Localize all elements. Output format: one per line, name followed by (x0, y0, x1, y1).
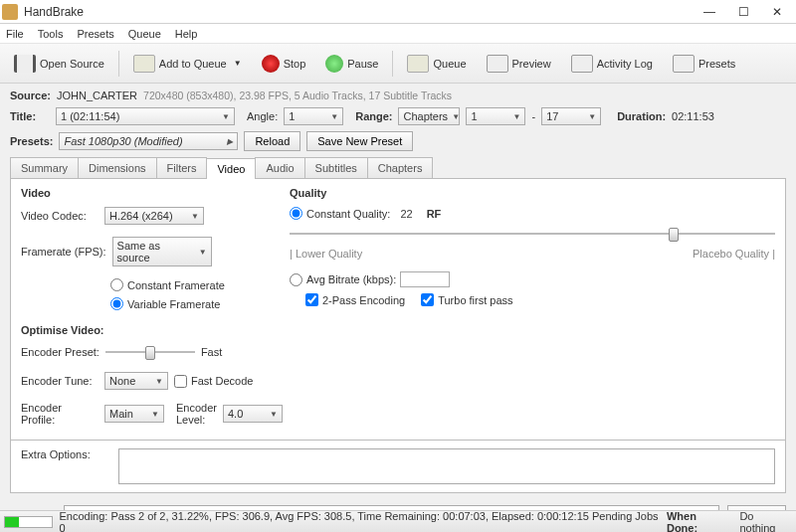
maximize-button[interactable]: ☐ (726, 1, 760, 23)
rf-label: RF (427, 208, 442, 220)
when-done-label: When Done: (667, 510, 729, 533)
tab-chapters[interactable]: Chapters (367, 157, 434, 178)
fps-label: Framerate (FPS): (21, 246, 106, 258)
optimise-heading: Optimise Video: (21, 324, 270, 336)
encoder-tune-select[interactable]: None▼ (104, 372, 168, 390)
range-to-select[interactable]: 17▼ (541, 107, 601, 125)
codec-label: Video Codec: (21, 210, 99, 222)
tab-audio[interactable]: Audio (255, 157, 304, 178)
encoder-level-label: Encoder Level: (176, 402, 217, 426)
close-button[interactable]: ✕ (760, 1, 794, 23)
variable-framerate-radio[interactable] (110, 297, 123, 310)
menu-presets[interactable]: Presets (77, 28, 113, 40)
menu-file[interactable]: File (6, 28, 24, 40)
minimize-button[interactable]: — (693, 1, 726, 23)
status-text: Encoding: Pass 2 of 2, 31.22%, FPS: 306.… (59, 510, 660, 533)
video-section-heading: Video (21, 187, 270, 199)
menu-tools[interactable]: Tools (38, 28, 64, 40)
range-from-select[interactable]: 1▼ (466, 107, 525, 125)
title-select[interactable]: 1 (02:11:54)▼ (56, 107, 235, 125)
quality-heading: Quality (290, 187, 775, 199)
encoder-profile-select[interactable]: Main▼ (104, 405, 164, 423)
constant-framerate-radio[interactable] (110, 278, 123, 291)
tab-dimensions[interactable]: Dimensions (78, 157, 156, 178)
queue-add-icon (133, 55, 155, 73)
when-done-value: Do nothing (739, 510, 792, 533)
encoder-profile-label: Encoder Profile: (21, 402, 99, 426)
presets-label: Presets: (10, 135, 53, 147)
cq-value: 22 (400, 208, 412, 220)
constant-quality-radio[interactable] (290, 207, 302, 220)
save-new-preset-button[interactable]: Save New Preset (306, 131, 413, 151)
encoder-level-select[interactable]: 4.0▼ (223, 405, 283, 423)
preset-select[interactable]: Fast 1080p30 (Modified)▶ (59, 132, 238, 150)
preview-icon (487, 55, 508, 73)
extra-options-label: Extra Options: (21, 448, 99, 460)
queue-icon (407, 55, 429, 73)
two-pass-checkbox[interactable] (305, 293, 318, 306)
duration-value: 02:11:53 (672, 110, 714, 122)
tab-subtitles[interactable]: Subtitles (304, 157, 368, 178)
activity-log-button[interactable]: Activity Log (565, 53, 659, 75)
duration-label: Duration: (617, 110, 666, 122)
fps-select[interactable]: Same as source▼ (112, 237, 212, 266)
chevron-down-icon: ▼ (234, 59, 242, 68)
activity-icon (571, 55, 593, 73)
source-name: JOHN_CARTER (57, 89, 137, 101)
source-label: Source: (10, 89, 51, 101)
turbo-first-pass-checkbox[interactable] (421, 293, 434, 306)
extra-options-input[interactable] (118, 448, 775, 484)
window-title: HandBrake (24, 5, 693, 19)
pause-button[interactable]: Pause (319, 53, 384, 75)
avg-bitrate-radio[interactable] (290, 273, 302, 286)
source-meta: 720x480 (853x480), 23.98 FPS, 5 Audio Tr… (143, 89, 452, 101)
presets-icon (673, 55, 695, 73)
presets-button[interactable]: Presets (667, 53, 741, 75)
avg-bitrate-input[interactable] (400, 271, 450, 287)
lower-quality-label: | Lower Quality (290, 248, 362, 260)
pause-icon (325, 55, 343, 73)
separator (118, 51, 119, 77)
title-label: Title: (10, 110, 50, 122)
angle-label: Angle: (247, 110, 278, 122)
queue-button[interactable]: Queue (401, 53, 472, 75)
open-source-button[interactable]: Open Source (8, 53, 110, 75)
range-label: Range: (355, 110, 392, 122)
encoder-preset-slider[interactable] (105, 344, 195, 360)
stop-button[interactable]: Stop (256, 53, 312, 75)
progress-bar (4, 516, 53, 528)
placebo-quality-label: Placebo Quality | (693, 248, 775, 260)
preview-button[interactable]: Preview (481, 53, 557, 75)
range-type-select[interactable]: Chapters▼ (398, 107, 460, 125)
angle-select[interactable]: 1▼ (284, 107, 343, 125)
menu-help[interactable]: Help (175, 28, 198, 40)
encoder-preset-label: Encoder Preset: (21, 346, 100, 358)
fast-decode-checkbox[interactable] (174, 375, 187, 388)
film-icon (14, 55, 36, 73)
quality-slider[interactable] (290, 226, 775, 242)
add-to-queue-button[interactable]: Add to Queue▼ (127, 53, 248, 75)
tab-filters[interactable]: Filters (156, 157, 208, 178)
stop-icon (262, 55, 280, 73)
codec-select[interactable]: H.264 (x264)▼ (104, 207, 204, 225)
menu-queue[interactable]: Queue (128, 28, 161, 40)
tab-video[interactable]: Video (206, 158, 256, 179)
encoder-tune-label: Encoder Tune: (21, 375, 99, 387)
separator (392, 51, 393, 77)
range-dash: - (531, 110, 535, 122)
tab-summary[interactable]: Summary (10, 157, 79, 178)
encoder-preset-value: Fast (201, 346, 222, 358)
reload-button[interactable]: Reload (244, 131, 300, 151)
app-icon (2, 4, 18, 20)
